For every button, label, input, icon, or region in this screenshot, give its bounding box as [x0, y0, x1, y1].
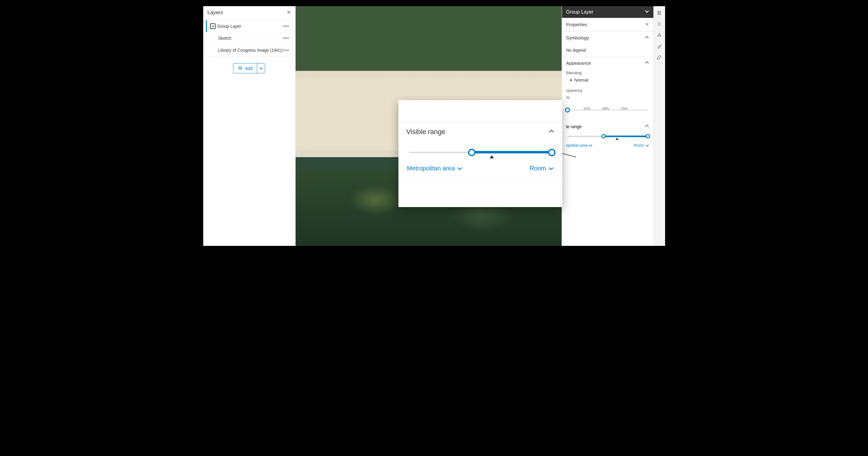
- settings-tool-button[interactable]: [655, 9, 663, 17]
- blending-label: Blending: [562, 70, 653, 75]
- visible-range-slider[interactable]: [567, 134, 648, 140]
- properties-close-button[interactable]: ✕: [645, 22, 649, 27]
- chevron-up-icon: [645, 60, 649, 66]
- current-scale-indicator-icon: [616, 138, 619, 140]
- visible-range-popout-slider[interactable]: [409, 147, 552, 159]
- symbology-section-header[interactable]: Symbology: [562, 31, 653, 44]
- visible-range-max-label: Room: [634, 143, 644, 148]
- chevron-up-icon: [549, 128, 554, 136]
- svg-point-5: [658, 14, 659, 15]
- layers-panel: Layers ✕ Group Layer ••• Sketch •••: [203, 6, 296, 246]
- visible-range-min-label: opolitan area: [566, 143, 588, 148]
- range-thumb-max[interactable]: [646, 134, 650, 138]
- svg-rect-0: [551, 207, 554, 210]
- visible-range-max-dropdown[interactable]: Room: [634, 143, 649, 148]
- svg-rect-1: [551, 210, 554, 211]
- appearance-title: Appearance: [566, 60, 591, 66]
- visible-range-popout: Visible range Metropolitan area: [398, 100, 562, 207]
- layers-icon: [238, 65, 243, 71]
- visible-range-popout-header[interactable]: Visible range: [398, 122, 562, 140]
- map-zoom-in-button[interactable]: [548, 229, 557, 238]
- transparency-value: %: [566, 95, 649, 100]
- layer-options-icon[interactable]: •••: [283, 48, 289, 53]
- range-thumb-min[interactable]: [468, 149, 475, 156]
- svg-point-6: [659, 33, 660, 34]
- layer-label: Group Layer: [217, 24, 283, 29]
- layers-title: Layers: [208, 9, 223, 16]
- map-controls: [548, 204, 557, 238]
- layers-header: Layers ✕: [203, 6, 295, 19]
- visible-range-popout-max-dropdown[interactable]: Room: [530, 165, 553, 172]
- visible-range-title: le range: [566, 124, 582, 129]
- layer-label: Sketch: [218, 36, 283, 41]
- range-thumb-max[interactable]: [548, 149, 555, 156]
- svg-point-3: [658, 11, 659, 12]
- layer-item[interactable]: Library of Congress Image (1941) •••: [206, 44, 292, 56]
- labels-tool-button[interactable]: [655, 42, 663, 50]
- visible-range-popout-title: Visible range: [406, 128, 445, 136]
- transparency-label: sparency: [566, 88, 649, 93]
- properties-panel: Group Layer Properties ✕ Symbology No le…: [562, 6, 653, 246]
- symbology-value: No legend: [562, 44, 653, 56]
- transparency-thumb[interactable]: [565, 108, 570, 112]
- properties-section-header: Properties ✕: [562, 18, 653, 31]
- add-layer-button[interactable]: Add: [233, 63, 266, 73]
- chevron-down-icon: [645, 9, 649, 15]
- transparency-control: sparency % 0% 25% 50% 75% 100%: [562, 87, 653, 120]
- appearance-section-header[interactable]: Appearance: [562, 56, 653, 69]
- caret-down-icon: ▾: [570, 78, 572, 83]
- layer-options-icon[interactable]: •••: [283, 23, 289, 29]
- visible-range-min-dropdown[interactable]: opolitan area: [566, 143, 592, 148]
- visible-range-popout-max-label: Room: [530, 165, 546, 172]
- map-home-button[interactable]: [548, 216, 557, 226]
- symbology-title: Symbology: [566, 35, 589, 40]
- chevron-up-icon: [645, 124, 649, 129]
- svg-point-4: [660, 12, 661, 13]
- visible-range-popout-min-label: Metropolitan area: [407, 165, 455, 172]
- layer-list: Group Layer ••• Sketch ••• Library of Co…: [206, 20, 293, 56]
- add-layer-label: Add: [245, 66, 253, 71]
- properties-layer-title: Group Layer: [566, 9, 594, 15]
- effects-tool-button[interactable]: [655, 20, 663, 28]
- chevron-up-icon: [645, 35, 649, 40]
- layers-close-button[interactable]: ✕: [287, 9, 291, 16]
- blending-dropdown[interactable]: ▾ Normal: [562, 75, 653, 87]
- properties-title: Properties: [566, 22, 587, 27]
- visible-range-section: le range opolitan area: [562, 120, 653, 149]
- layer-item-group[interactable]: Group Layer •••: [206, 20, 292, 32]
- current-scale-indicator-icon: [490, 155, 494, 159]
- layer-options-icon[interactable]: •••: [283, 35, 289, 41]
- clustering-tool-button[interactable]: [655, 31, 663, 39]
- add-layer-row: Add: [203, 56, 295, 80]
- properties-layer-header[interactable]: Group Layer: [562, 6, 653, 18]
- right-tool-strip: [653, 6, 665, 246]
- visible-range-popout-min-dropdown[interactable]: Metropolitan area: [407, 165, 463, 172]
- blending-value: Normal: [575, 78, 588, 83]
- visible-range-header[interactable]: le range: [566, 124, 649, 129]
- edit-tool-button[interactable]: [655, 54, 663, 61]
- expand-toggle-icon[interactable]: [210, 23, 216, 29]
- add-layer-dropdown[interactable]: [257, 63, 265, 73]
- transparency-slider[interactable]: 0% 25% 50% 75% 100%: [566, 107, 649, 115]
- range-thumb-min[interactable]: [601, 134, 606, 138]
- layer-item[interactable]: Sketch •••: [206, 32, 292, 44]
- layer-label: Library of Congress Image (1941): [218, 48, 283, 53]
